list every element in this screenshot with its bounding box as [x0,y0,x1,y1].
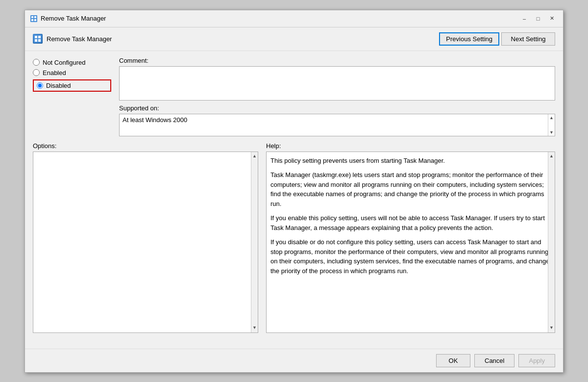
svg-rect-1 [31,16,33,18]
enabled-radio[interactable] [33,69,40,76]
help-box: This policy setting prevents users from … [266,152,555,333]
ok-button[interactable]: OK [436,354,470,367]
not-configured-radio[interactable] [33,59,40,66]
supported-label: Supported on: [119,104,555,112]
svg-rect-7 [38,36,41,38]
disabled-radio[interactable] [37,82,43,89]
window-title: Remove Task Manager [41,15,106,22]
help-para2: Task Manager (taskmgr.exe) lets users st… [270,170,551,208]
comment-label: Comment: [119,57,555,64]
scroll-down-arrow[interactable]: ▼ [549,130,554,135]
supported-field-group: Supported on: At least Windows 2000 ▲ ▼ [119,104,555,136]
help-panel: Help: This policy setting prevents users… [266,142,555,333]
dialog-header-left: Remove Task Manager [33,34,112,44]
comment-textarea[interactable] [119,66,555,101]
svg-rect-3 [31,19,33,21]
svg-rect-9 [38,39,41,42]
close-button[interactable]: ✕ [545,13,558,24]
disabled-label: Disabled [46,82,71,89]
options-scrollbar: ▲ ▼ [251,152,258,332]
not-configured-option[interactable]: Not Configured [33,59,111,66]
window-icon [30,15,38,23]
options-box: ▲ ▼ [33,152,258,333]
title-bar: Remove Task Manager – □ ✕ [25,10,563,27]
help-para3: If you enable this policy setting, users… [270,213,551,232]
radio-options: Not Configured Enabled Disabled [33,57,111,136]
supported-field: At least Windows 2000 ▲ ▼ [119,114,555,136]
next-setting-button[interactable]: Next Setting [501,32,555,46]
maximize-button[interactable]: □ [532,13,544,24]
svg-rect-4 [34,19,36,21]
not-configured-label: Not Configured [43,59,85,66]
disabled-option[interactable]: Disabled [33,79,111,92]
enabled-option[interactable]: Enabled [33,69,111,76]
dialog-footer: OK Cancel Apply [25,349,563,372]
help-scroll-up[interactable]: ▲ [549,153,554,160]
sections-row: Options: ▲ ▼ Help: This policy setting p… [33,142,555,333]
options-panel: Options: ▲ ▼ [33,142,258,333]
options-scroll-down[interactable]: ▼ [252,325,257,331]
help-scrollbar: ▲ ▼ [548,152,555,332]
help-label: Help: [266,142,555,150]
dialog-header: Remove Task Manager Previous Setting Nex… [25,27,563,51]
main-window: Remove Task Manager – □ ✕ Remove Task Ma… [24,10,564,373]
options-label: Options: [33,142,258,150]
cancel-button[interactable]: Cancel [474,354,514,367]
dialog-title: Remove Task Manager [47,35,112,43]
scroll-up-arrow[interactable]: ▲ [549,115,554,120]
top-section: Not Configured Enabled Disabled Comment: [33,57,555,136]
enabled-label: Enabled [43,69,66,76]
supported-scrollbar: ▲ ▼ [548,114,555,136]
right-fields: Comment: Supported on: At least Windows … [119,57,555,136]
header-buttons: Previous Setting Next Setting [439,32,555,46]
apply-button[interactable]: Apply [518,354,555,367]
help-para4: If you disable or do not configure this … [270,237,551,276]
svg-rect-2 [34,16,36,18]
minimize-button[interactable]: – [518,13,531,24]
previous-setting-button[interactable]: Previous Setting [439,32,499,46]
help-scroll-down[interactable]: ▼ [549,325,554,331]
supported-value: At least Windows 2000 [122,116,552,124]
options-scroll-up[interactable]: ▲ [252,153,257,160]
comment-field-group: Comment: [119,57,555,101]
dialog-body: Not Configured Enabled Disabled Comment: [25,51,563,349]
title-bar-left: Remove Task Manager [30,15,106,23]
help-para1: This policy setting prevents users from … [270,156,551,166]
svg-rect-8 [35,39,37,42]
window-controls: – □ ✕ [518,13,558,24]
svg-rect-6 [35,36,37,38]
dialog-icon [33,34,43,44]
